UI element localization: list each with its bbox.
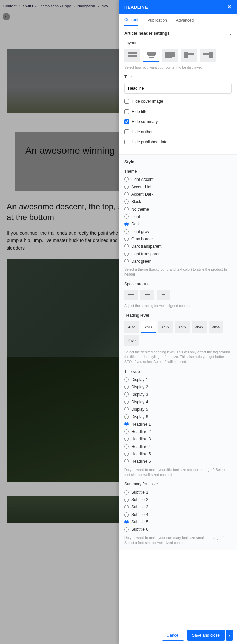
layout-option-1[interactable] bbox=[124, 49, 140, 62]
title-size-label: Title size bbox=[124, 369, 232, 374]
panel-footer: Cancel Save and close ▾ bbox=[119, 626, 237, 644]
title-size-option[interactable]: Headline 6 bbox=[124, 459, 232, 464]
theme-option[interactable]: Black bbox=[124, 199, 232, 204]
summary-font-option[interactable]: Subtitle 3 bbox=[124, 505, 232, 509]
theme-option[interactable]: Dark transparent bbox=[124, 244, 232, 249]
panel-body: Article header settings ⌄ Layout Select … bbox=[119, 26, 237, 626]
svg-rect-9 bbox=[184, 52, 188, 58]
svg-rect-2 bbox=[128, 56, 137, 57]
svg-rect-6 bbox=[165, 52, 175, 56]
svg-rect-10 bbox=[188, 53, 194, 54]
summary-font-option[interactable]: Subtitle 4 bbox=[124, 512, 232, 517]
heading-level-option[interactable]: <h1> bbox=[141, 321, 156, 333]
hide-cover-checkbox[interactable]: Hide cover image bbox=[124, 99, 232, 104]
theme-option[interactable]: Light gray bbox=[124, 229, 232, 234]
layout-option-5[interactable] bbox=[200, 49, 216, 62]
layout-option-3[interactable] bbox=[162, 49, 178, 62]
title-size-hint: Do you want to make your title font size… bbox=[124, 467, 232, 477]
space-hint: Adjust the spacing for well-aligned cont… bbox=[124, 303, 232, 308]
panel-header: HEADLINE ✕ bbox=[119, 0, 237, 14]
svg-rect-14 bbox=[203, 53, 209, 54]
svg-rect-4 bbox=[148, 55, 155, 56]
theme-label: Theme bbox=[124, 169, 232, 174]
hide-author-checkbox[interactable]: Hide author bbox=[124, 129, 232, 134]
theme-option[interactable]: Light transparent bbox=[124, 252, 232, 256]
heading-level-option[interactable]: <h5> bbox=[209, 321, 223, 333]
theme-option[interactable]: Gray border bbox=[124, 237, 232, 241]
heading-level-option[interactable]: <h3> bbox=[175, 321, 190, 333]
title-size-option[interactable]: Headline 1 bbox=[124, 422, 232, 427]
accordion-article-header[interactable]: Article header settings ⌄ bbox=[124, 31, 232, 36]
title-size-option[interactable]: Headline 3 bbox=[124, 437, 232, 442]
title-size-option[interactable]: Display 2 bbox=[124, 385, 232, 389]
space-large[interactable] bbox=[157, 290, 170, 300]
svg-rect-8 bbox=[165, 57, 172, 58]
svg-rect-13 bbox=[209, 52, 213, 58]
layout-option-2[interactable] bbox=[143, 49, 159, 62]
layout-options bbox=[124, 49, 232, 62]
layout-label: Layout bbox=[124, 41, 232, 45]
hide-summary-checkbox[interactable]: Hide summary bbox=[124, 119, 232, 124]
theme-option[interactable]: Accent Dark bbox=[124, 192, 232, 197]
tab-advanced[interactable]: Advanced bbox=[176, 18, 194, 26]
title-size-option[interactable]: Display 1 bbox=[124, 377, 232, 382]
title-label: Title bbox=[124, 75, 232, 79]
heading-level-option[interactable]: <h6> bbox=[124, 335, 139, 346]
svg-rect-3 bbox=[147, 52, 156, 55]
summary-font-option[interactable]: Subtitle 2 bbox=[124, 497, 232, 502]
panel-title: HEADLINE bbox=[124, 5, 148, 10]
tab-publication[interactable]: Publication bbox=[147, 18, 167, 26]
theme-option[interactable]: Light Accent bbox=[124, 177, 232, 182]
chevron-down-icon: ⌄ bbox=[229, 32, 232, 35]
svg-rect-5 bbox=[149, 57, 154, 58]
theme-option[interactable]: Dark green bbox=[124, 259, 232, 264]
theme-option[interactable]: No theme bbox=[124, 207, 232, 212]
settings-panel: HEADLINE ✕ Content Publication Advanced … bbox=[119, 0, 237, 644]
theme-hint: Select a theme (background and text colo… bbox=[124, 267, 232, 277]
summary-font-label: Summary font size bbox=[124, 482, 232, 486]
heading-level-option[interactable]: Auto bbox=[124, 321, 139, 333]
hide-date-checkbox[interactable]: Hide published date bbox=[124, 140, 232, 144]
heading-level-hint: Select the desired heading level. This w… bbox=[124, 350, 232, 364]
title-size-option[interactable]: Display 4 bbox=[124, 400, 232, 404]
theme-option[interactable]: Light bbox=[124, 214, 232, 219]
panel-tabs: Content Publication Advanced bbox=[119, 14, 237, 26]
heading-level-label: Heading level bbox=[124, 313, 232, 318]
title-size-option[interactable]: Display 6 bbox=[124, 414, 232, 419]
heading-level-option[interactable]: <h2> bbox=[158, 321, 173, 333]
space-options bbox=[124, 290, 232, 300]
space-medium[interactable] bbox=[140, 290, 154, 300]
theme-radio-group: Light AccentAccent LightAccent DarkBlack… bbox=[124, 177, 232, 264]
summary-font-option[interactable]: Subtitle 5 bbox=[124, 520, 232, 524]
space-small[interactable] bbox=[124, 290, 138, 300]
hide-title-checkbox[interactable]: Hide title bbox=[124, 109, 232, 114]
title-size-radio-group: Display 1Display 2Display 3Display 4Disp… bbox=[124, 377, 232, 464]
cancel-button[interactable]: Cancel bbox=[162, 630, 184, 641]
heading-level-options: Auto<h1><h2><h3><h4><h5><h6> bbox=[124, 321, 232, 346]
summary-font-option[interactable]: Subtitle 6 bbox=[124, 527, 232, 532]
title-input[interactable] bbox=[124, 83, 232, 94]
svg-rect-12 bbox=[188, 56, 192, 56]
accordion-style[interactable]: Style › bbox=[124, 160, 232, 164]
svg-rect-11 bbox=[188, 54, 194, 55]
layout-hint: Select how you want your content to be d… bbox=[124, 65, 232, 70]
summary-font-radio-group: Subtitle 1Subtitle 2Subtitle 3Subtitle 4… bbox=[124, 490, 232, 532]
svg-rect-7 bbox=[165, 56, 175, 57]
title-size-option[interactable]: Headline 2 bbox=[124, 429, 232, 434]
save-button[interactable]: Save and close bbox=[187, 630, 225, 641]
title-size-option[interactable]: Display 3 bbox=[124, 392, 232, 397]
save-dropdown-button[interactable]: ▾ bbox=[226, 630, 233, 641]
theme-option[interactable]: Dark bbox=[124, 222, 232, 226]
space-label: Space around bbox=[124, 282, 232, 286]
tab-content[interactable]: Content bbox=[124, 17, 138, 26]
summary-font-option[interactable]: Subtitle 1 bbox=[124, 490, 232, 495]
title-size-option[interactable]: Headline 4 bbox=[124, 444, 232, 449]
close-icon[interactable]: ✕ bbox=[227, 4, 232, 10]
title-size-option[interactable]: Display 5 bbox=[124, 407, 232, 412]
heading-level-option[interactable]: <h4> bbox=[192, 321, 207, 333]
theme-option[interactable]: Accent Light bbox=[124, 185, 232, 189]
svg-rect-0 bbox=[128, 52, 137, 54]
svg-rect-15 bbox=[203, 54, 209, 55]
layout-option-4[interactable] bbox=[181, 49, 197, 62]
title-size-option[interactable]: Headline 5 bbox=[124, 452, 232, 456]
